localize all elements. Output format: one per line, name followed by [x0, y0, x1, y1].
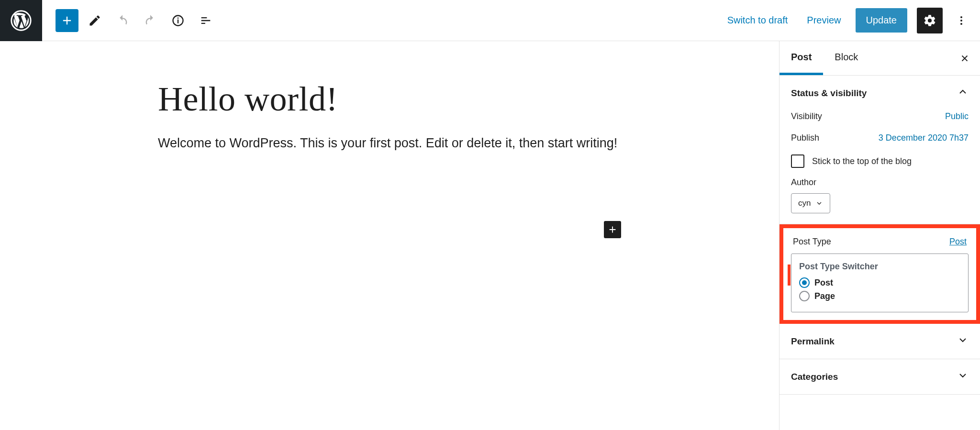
kebab-icon — [956, 15, 967, 26]
panel-categories: Categories — [780, 359, 980, 395]
info-icon — [171, 14, 185, 27]
tab-post[interactable]: Post — [780, 41, 823, 75]
panel-post-type-highlighted: Post Type Post Post Type Switcher Post P… — [780, 224, 980, 324]
chevron-up-icon — [957, 86, 969, 100]
undo-button[interactable] — [111, 9, 134, 32]
stick-to-top-checkbox[interactable] — [791, 154, 804, 168]
visibility-label: Visibility — [791, 111, 822, 121]
gear-icon — [923, 14, 936, 27]
outline-button[interactable] — [194, 9, 217, 32]
post-body-paragraph[interactable]: Welcome to WordPress. This is your first… — [158, 133, 636, 153]
close-icon — [959, 53, 970, 64]
radio-checked-icon — [799, 277, 810, 288]
stick-to-top-label: Stick to the top of the blog — [812, 156, 912, 166]
panel-permalink-header[interactable]: Permalink — [791, 334, 969, 348]
close-sidebar-button[interactable] — [955, 49, 974, 68]
panel-permalink: Permalink — [780, 324, 980, 359]
highlight-marker — [788, 265, 791, 286]
author-select-value: cyn — [798, 198, 811, 208]
post-type-current-link[interactable]: Post — [949, 237, 967, 247]
tab-block[interactable]: Block — [823, 41, 869, 75]
chevron-down-icon — [957, 370, 969, 384]
panel-categories-header[interactable]: Categories — [791, 370, 969, 384]
post-type-option-post[interactable]: Post — [799, 277, 960, 288]
svg-point-4 — [960, 16, 962, 18]
author-label: Author — [791, 177, 969, 187]
switch-to-draft-button[interactable]: Switch to draft — [723, 11, 793, 30]
post-title[interactable]: Hello world! — [158, 79, 779, 119]
settings-sidebar: Post Block Status & visibility Visibilit… — [780, 41, 980, 430]
post-type-switcher-title: Post Type Switcher — [799, 262, 960, 272]
pencil-icon — [88, 14, 101, 27]
post-type-switcher-box: Post Type Switcher Post Page — [791, 254, 969, 312]
editor-top-toolbar: Switch to draft Preview Update — [0, 0, 980, 41]
undo-icon — [116, 14, 129, 27]
svg-point-5 — [960, 20, 962, 22]
svg-rect-3 — [178, 17, 178, 18]
post-type-option-page[interactable]: Page — [799, 291, 960, 301]
toolbar-left-group — [42, 9, 217, 32]
update-button[interactable]: Update — [856, 8, 908, 33]
post-type-option-post-label: Post — [814, 278, 833, 288]
editor-main: Hello world! Welcome to WordPress. This … — [0, 41, 980, 430]
panel-heading: Permalink — [791, 336, 835, 347]
visibility-value[interactable]: Public — [945, 111, 969, 121]
panel-heading: Categories — [791, 372, 838, 382]
plus-icon — [60, 14, 74, 27]
post-type-heading: Post Type — [793, 237, 831, 247]
panel-heading: Status & visibility — [791, 88, 867, 99]
more-options-button[interactable] — [952, 8, 970, 33]
preview-button[interactable]: Preview — [802, 11, 846, 30]
block-inserter-button[interactable] — [604, 221, 621, 238]
svg-rect-2 — [178, 19, 178, 23]
settings-button[interactable] — [917, 8, 943, 33]
wordpress-logo[interactable] — [0, 0, 42, 41]
outline-icon — [199, 14, 212, 27]
redo-icon — [144, 14, 157, 27]
chevron-down-icon — [815, 199, 823, 207]
toolbar-right-group: Switch to draft Preview Update — [723, 8, 980, 33]
info-button[interactable] — [167, 9, 189, 32]
sidebar-tabs: Post Block — [780, 41, 980, 76]
radio-unchecked-icon — [799, 291, 810, 301]
plus-icon — [607, 224, 618, 235]
panel-status-visibility-header[interactable]: Status & visibility — [791, 86, 969, 100]
redo-button[interactable] — [139, 9, 162, 32]
edit-mode-button[interactable] — [83, 9, 106, 32]
post-type-option-page-label: Page — [814, 291, 835, 301]
add-block-button[interactable] — [56, 9, 78, 32]
editor-canvas[interactable]: Hello world! Welcome to WordPress. This … — [0, 41, 780, 430]
author-select[interactable]: cyn — [791, 193, 830, 213]
panel-status-visibility: Status & visibility Visibility Public Pu… — [780, 76, 980, 224]
svg-point-6 — [960, 23, 962, 25]
wordpress-icon — [11, 10, 32, 31]
publish-value[interactable]: 3 December 2020 7h37 — [879, 133, 969, 143]
chevron-down-icon — [957, 334, 969, 348]
publish-label: Publish — [791, 133, 819, 143]
